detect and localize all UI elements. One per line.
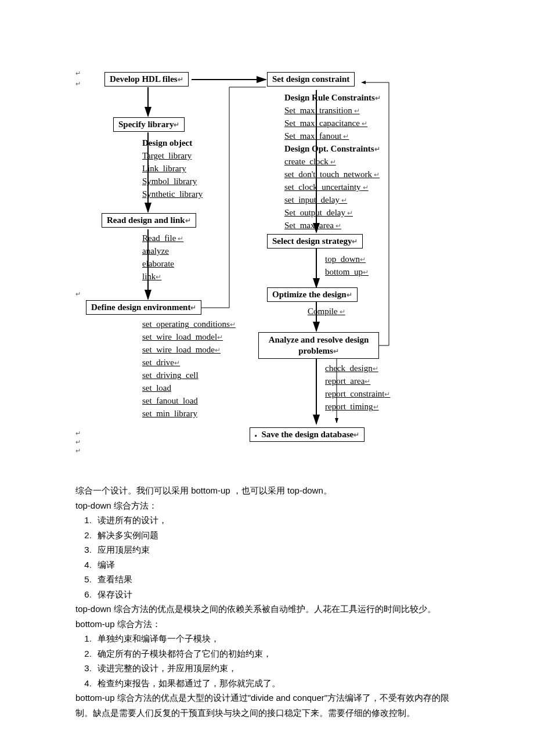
item: report_timing↵ [325,402,379,412]
item: set_clock_uncertainty ↵ [284,182,369,192]
box-save-database: ▪ Save the design database↵ [250,427,365,442]
paragraph: 综合一个设计。我们可以采用 bottom-up ，也可以采用 top-down。 [75,483,459,498]
item: Read_file ↵ [142,233,183,243]
box-optimize: Optimize the design↵ [267,287,358,302]
item: Set_max_capacitance ↵ [284,118,367,128]
margin-mark: ↵ [75,290,81,298]
margin-mark: ↵ [75,70,81,77]
item: set_wire_load_model↵ [142,332,223,342]
list-item: 查看结果 [94,572,459,587]
box-set-constraint: Set design constraint [267,72,355,87]
box-read-design: Read design and link↵ [102,213,196,228]
item: Symbol_library [142,177,197,186]
list-item: 应用顶层约束 [94,542,459,557]
item: set_driving_cell [142,370,199,380]
item: set_input_delay ↵ [284,195,347,205]
item: check_design↵ [325,363,378,373]
item: Set_max_area ↵ [284,221,341,231]
item: report_area↵ [325,376,370,386]
top-down-list: 读进所有的设计， 解决多实例问题 应用顶层约束 编译 查看结果 保存设计 [77,513,459,602]
item: set_load [142,383,171,393]
margin-mark: ↵ [75,430,81,437]
box-specify-library: Specify library↵ [113,117,185,132]
item: set_drive↵ [142,358,180,368]
paragraph: top-down 综合方法的优点是模块之间的依赖关系被自动维护。人花在工具运行的… [75,602,459,617]
box-define-env: Define design environment↵ [86,300,201,315]
list-item: 读进所有的设计， [94,513,459,528]
item: set_operating_conditions↵ [142,319,236,329]
margin-mark: ↵ [75,80,81,88]
item: Set_max_transition ↵ [284,106,360,116]
list-item: 编译 [94,557,459,573]
box-develop-hdl: Develop HDL files↵ [104,72,189,87]
flow-diagram: ↵ ↵ ↵ ↵ ↵ ↵ Develop HDL files↵ Specify l… [75,58,459,476]
item: report_constraint↵ [325,389,390,399]
body-text: 综合一个设计。我们可以采用 bottom-up ，也可以采用 top-down。… [75,483,459,720]
item: set_min_library [142,409,197,419]
item: bottom_up↵ [325,267,369,277]
item: create_clock ↵ [284,157,336,167]
margin-mark: ↵ [75,438,81,446]
list-item: 检查约束报告，如果都通过了，那你就完成了。 [94,676,459,691]
item: Synthetic_library [142,189,203,199]
item: Target_library [142,151,192,161]
item: set_don't_touch_network ↵ [284,170,380,179]
bottom-up-list: 单独约束和编译每一个子模块， 确定所有的子模块都符合了它们的初始约束， 读进完整… [77,631,459,690]
item: top_down↵ [325,254,366,264]
margin-mark: ↵ [75,447,81,455]
item: elaborate [142,259,174,269]
item: link↵ [142,272,161,282]
list-item: 读进完整的设计，并应用顶层约束， [94,661,459,676]
item: Compile ↵ [308,307,345,316]
heading-drc: Design Rule Constraints↵ [284,93,381,103]
item: set_fanout_load [142,396,198,406]
list-item: 解决多实例问题 [94,528,459,543]
list-item: 保存设计 [94,587,459,602]
heading-design-object: Design object [142,138,192,148]
svg-marker-8 [361,81,366,84]
item: Set_max_fanout ↵ [284,131,349,141]
item: analyze [142,246,169,256]
item: Link_library [142,164,186,174]
paragraph: bottom-up 综合方法的优点是大型的设计通过"divide and con… [75,690,459,720]
paragraph: top-down 综合方法： [75,498,459,513]
list-item: 单独约束和编译每一个子模块， [94,631,459,646]
item: Set_output_delay ↵ [284,208,353,218]
box-analyze-resolve: Analyze and resolve designproblems↵ [258,332,379,359]
list-item: 确定所有的子模块都符合了它们的初始约束， [94,646,459,661]
heading-opt: Design Opt. Constraints↵ [284,144,380,154]
paragraph: bottom-up 综合方法： [75,617,459,632]
box-select-strategy: Select design strategy↵ [267,234,363,249]
item: set_wire_load_mode↵ [142,345,221,355]
